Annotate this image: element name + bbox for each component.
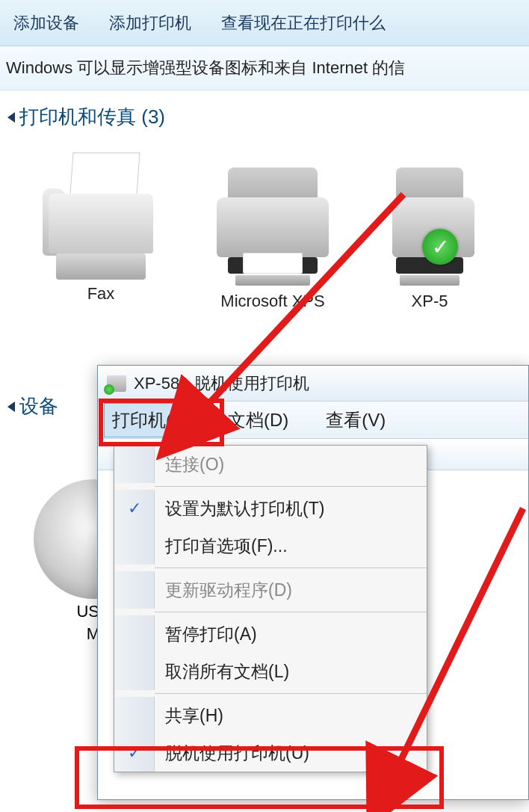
toolbar-see-printing[interactable]: 查看现在正在打印什么 xyxy=(221,12,386,34)
device-xp58-label: XP-5 xyxy=(412,292,448,311)
device-xp58[interactable]: ✓ XP-5 xyxy=(374,153,486,311)
toolbar-add-printer[interactable]: 添加打印机 xyxy=(109,12,191,34)
menu-item-connect: 连接(O) xyxy=(114,446,427,483)
fax-icon xyxy=(41,153,161,280)
menu-item-use-offline[interactable]: ✓脱机使用打印机(U) xyxy=(114,734,427,772)
device-msxps-label: Microsoft XPS xyxy=(220,292,324,311)
checkmark-icon: ✓ xyxy=(114,734,155,772)
menu-item-preferences[interactable]: 打印首选项(F)... xyxy=(114,527,427,565)
device-msxps[interactable]: Microsoft XPS xyxy=(202,153,344,311)
printer-small-icon xyxy=(107,375,126,392)
printer-icon xyxy=(209,153,336,287)
print-queue-title: XP-58 - 脱机使用打印机 xyxy=(134,372,309,395)
device-fax-label: Fax xyxy=(87,284,115,304)
caret-icon xyxy=(7,112,15,123)
section-printers-title: 打印机和传真 (3) xyxy=(19,104,165,130)
section-printers-header[interactable]: 打印机和传真 (3) xyxy=(7,104,522,130)
checkmark-badge-icon: ✓ xyxy=(422,229,458,265)
menu-view[interactable]: 查看(V) xyxy=(318,404,393,437)
section-devices-title: 设备 xyxy=(19,393,58,419)
menu-item-cancel-all[interactable]: 取消所有文档(L) xyxy=(114,653,427,690)
menu-item-update-driver: 更新驱动程序(D) xyxy=(114,571,427,609)
print-queue-titlebar[interactable]: XP-58 - 脱机使用打印机 xyxy=(98,366,528,402)
menu-item-pause[interactable]: 暂停打印(A) xyxy=(114,615,427,653)
menu-document[interactable]: 文档(D) xyxy=(220,404,296,437)
menu-item-share[interactable]: 共享(H) xyxy=(114,697,427,734)
info-bar-text: Windows 可以显示增强型设备图标和来自 Internet 的信 xyxy=(6,58,405,77)
toolbar: 添加设备 添加打印机 查看现在正在打印什么 xyxy=(0,0,529,46)
menu-printer[interactable]: 打印机(P) xyxy=(104,403,198,437)
info-bar: Windows 可以显示增强型设备图标和来自 Internet 的信 xyxy=(0,46,529,90)
toolbar-add-device[interactable]: 添加设备 xyxy=(13,12,79,34)
caret-icon xyxy=(7,402,15,412)
print-queue-menubar: 打印机(P) 文档(D) 查看(V) xyxy=(98,402,528,439)
menu-item-set-default[interactable]: ✓设置为默认打印机(T) xyxy=(114,490,427,527)
checkmark-icon: ✓ xyxy=(114,490,155,527)
printer-menu-dropdown: 连接(O) ✓设置为默认打印机(T) 打印首选项(F)... 更新驱动程序(D)… xyxy=(114,445,427,772)
device-fax[interactable]: Fax xyxy=(30,153,172,311)
